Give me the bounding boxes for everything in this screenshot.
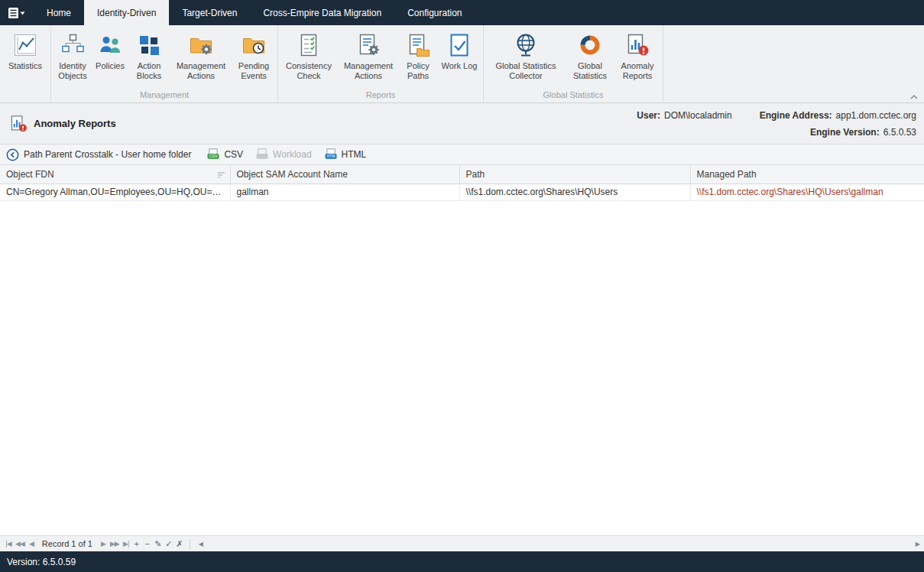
ribbon: Statistics Identity Objects xyxy=(0,25,924,103)
ribbon-button-consistency-check[interactable]: Consistency Check xyxy=(280,27,338,88)
delete-record-button[interactable]: − xyxy=(142,539,153,548)
report-content: Object FDN Object SAM Account Name Path … xyxy=(0,165,924,535)
ribbon-button-identity-objects[interactable]: Identity Objects xyxy=(53,27,92,88)
ribbon-button-action-blocks[interactable]: Action Blocks xyxy=(128,27,170,88)
ribbon-group-label xyxy=(0,89,50,102)
ribbon-button-label: Management Actions xyxy=(170,61,232,80)
action-blocks-icon xyxy=(137,31,161,59)
scroll-left-button[interactable]: ◀ xyxy=(195,541,207,548)
record-navigator: |◀ ◀◀ ◀ Record 1 of 1 ▶ ▶▶ ▶| + − ✎ ✓ ✗ … xyxy=(0,535,924,551)
column-header-path[interactable]: Path xyxy=(459,165,690,184)
table-empty-area xyxy=(0,201,924,536)
ribbon-button-policy-paths[interactable]: Policy Paths xyxy=(399,27,437,88)
horizontal-scrollbar[interactable]: ◀ ▶ xyxy=(195,536,924,551)
ribbon-button-pending-events[interactable]: Pending Events xyxy=(232,27,276,88)
ribbon-button-label: Anomaly Reports xyxy=(614,61,661,80)
prev-record-button[interactable]: ◀ xyxy=(26,540,37,548)
back-button-label: Path Parent Crosstalk - User home folder xyxy=(24,149,191,160)
sort-indicator-icon xyxy=(217,171,225,179)
engine-version-label: Engine Version: xyxy=(810,127,880,138)
ribbon-group-label: Global Statistics xyxy=(484,89,663,102)
status-bar: Version: 6.5.0.59 xyxy=(0,551,924,572)
column-header-label: Object FDN xyxy=(6,169,54,180)
ribbon-button-management-actions-report[interactable]: Management Actions xyxy=(338,27,399,88)
cell-managed-path[interactable]: \\fs1.dom.cctec.org\Shares\HQ\Users\gall… xyxy=(690,184,924,200)
ribbon-button-label: Global Statistics Collector xyxy=(485,61,566,80)
column-header-label: Object SAM Account Name xyxy=(237,169,348,180)
engine-address-value: app1.dom.cctec.org xyxy=(836,110,916,121)
ribbon-button-label: Pending Events xyxy=(232,61,276,80)
back-button[interactable]: Path Parent Crosstalk - User home folder xyxy=(6,148,191,161)
first-record-button[interactable]: |◀ xyxy=(3,540,14,548)
append-record-button[interactable]: + xyxy=(131,539,142,548)
ribbon-group-label: Reports xyxy=(278,89,483,102)
export-workload-button[interactable]: Workload xyxy=(251,146,316,163)
anomaly-reports-icon xyxy=(625,31,650,59)
scroll-right-button[interactable]: ▶ xyxy=(912,541,924,548)
ribbon-button-statistics[interactable]: Statistics xyxy=(2,27,49,88)
export-csv-button[interactable]: CSV CSV xyxy=(202,146,248,163)
column-header-object-fdn[interactable]: Object FDN xyxy=(0,165,230,184)
column-header-managed-path[interactable]: Managed Path xyxy=(690,165,924,184)
pending-events-icon xyxy=(242,31,266,59)
scrollbar-track[interactable] xyxy=(207,536,912,551)
tab-cross-empire-data-migration[interactable]: Cross-Empire Data Migration xyxy=(250,0,394,25)
ribbon-group-label: Management xyxy=(51,89,277,102)
end-edit-button[interactable]: ✓ xyxy=(164,539,174,549)
cell-path[interactable]: \\fs1.dom.cctec.org\Shares\HQ\Users xyxy=(459,184,690,200)
app-menu-icon xyxy=(8,7,26,19)
ribbon-button-label: Management Actions xyxy=(338,61,399,80)
report-toolbar: Path Parent Crosstalk - User home folder… xyxy=(0,144,924,165)
tab-identity-driven[interactable]: Identity-Driven xyxy=(84,0,169,25)
export-html-button[interactable]: HTM HTML xyxy=(319,146,371,163)
next-page-button[interactable]: ▶▶ xyxy=(109,540,121,548)
version-text: Version: 6.5.0.59 xyxy=(7,557,76,567)
ribbon-button-label: Global Statistics xyxy=(566,61,614,80)
ribbon-button-global-statistics[interactable]: Global Statistics xyxy=(566,27,614,88)
tab-target-driven[interactable]: Target-Driven xyxy=(169,0,250,25)
global-statistics-icon xyxy=(578,31,602,59)
ribbon-button-anomaly-reports[interactable]: Anomaly Reports xyxy=(614,27,661,88)
user-label: User: xyxy=(637,110,660,121)
csv-file-icon: CSV xyxy=(206,148,220,161)
table-header-row: Object FDN Object SAM Account Name Path … xyxy=(0,165,924,184)
ribbon-button-work-log[interactable]: Work Log xyxy=(437,27,481,88)
ribbon-group-global-statistics: Global Statistics Collector Global Stati… xyxy=(484,25,663,102)
table-row[interactable]: CN=Gregory Allman,OU=Employees,OU=HQ,OU=… xyxy=(0,184,924,200)
tab-configuration[interactable]: Configuration xyxy=(394,0,475,25)
back-icon xyxy=(6,148,19,161)
statistics-icon xyxy=(13,31,37,59)
ribbon-button-management-actions[interactable]: Management Actions xyxy=(170,27,232,88)
prev-page-button[interactable]: ◀◀ xyxy=(14,540,26,548)
engine-address-label: Engine Address: xyxy=(760,110,832,121)
policies-icon xyxy=(98,31,122,59)
cell-object-sam-account-name[interactable]: gallman xyxy=(230,184,459,200)
next-record-button[interactable]: ▶ xyxy=(98,540,109,548)
ribbon-group-reports: Consistency Check Management Actions xyxy=(278,25,484,102)
column-header-object-sam-account-name[interactable]: Object SAM Account Name xyxy=(230,165,459,184)
engine-info: User: DOM\localadmin Engine Address: app… xyxy=(637,110,916,138)
app-menu-button[interactable] xyxy=(0,0,34,25)
csv-button-label: CSV xyxy=(224,149,243,160)
engine-version-value: 6.5.0.53 xyxy=(883,127,916,138)
last-record-button[interactable]: ▶| xyxy=(121,540,131,548)
ribbon-button-label: Policies xyxy=(96,61,125,71)
svg-text:HTM: HTM xyxy=(326,154,335,158)
edit-record-button[interactable]: ✎ xyxy=(153,539,164,549)
tab-home[interactable]: Home xyxy=(34,0,84,25)
page-title: Anomaly Reports xyxy=(34,118,116,129)
column-header-label: Path xyxy=(466,169,485,180)
ribbon-collapse-chevron[interactable] xyxy=(910,95,918,99)
ribbon-group-statistics: Statistics xyxy=(0,25,51,102)
ribbon-button-policies[interactable]: Policies xyxy=(92,27,128,88)
management-actions-report-icon xyxy=(356,31,381,59)
ribbon-button-label: Action Blocks xyxy=(128,61,170,80)
ribbon-button-global-statistics-collector[interactable]: Global Statistics Collector xyxy=(485,27,566,88)
html-button-label: HTML xyxy=(342,149,367,160)
page-header: Anomaly Reports User: DOM\localadmin Eng… xyxy=(0,103,924,144)
anomaly-reports-title-icon xyxy=(9,115,28,133)
cancel-edit-button[interactable]: ✗ xyxy=(174,539,185,549)
html-file-icon: HTM xyxy=(324,148,338,161)
cell-object-fdn[interactable]: CN=Gregory Allman,OU=Employees,OU=HQ,OU=… xyxy=(0,184,230,200)
svg-text:CSV: CSV xyxy=(209,154,218,158)
